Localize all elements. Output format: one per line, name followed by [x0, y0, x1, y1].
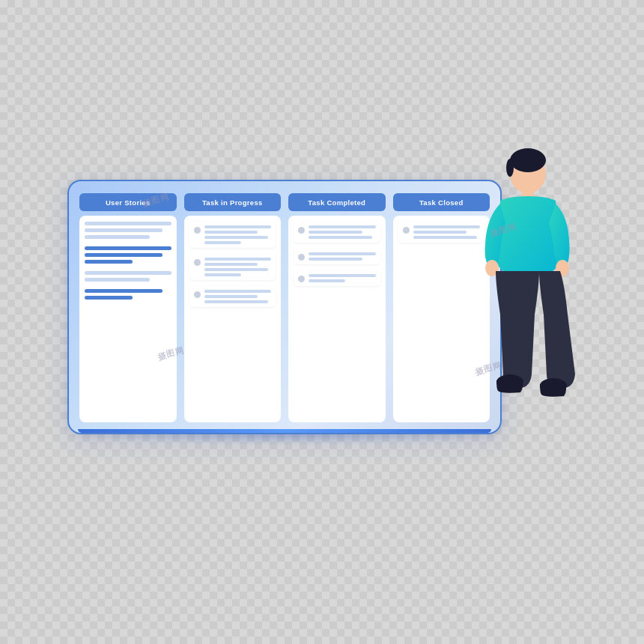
us-block-1: [85, 222, 171, 239]
person-figure: [442, 135, 577, 494]
task-card: [189, 222, 276, 248]
task-lines: [204, 225, 272, 244]
task-dot: [194, 227, 201, 234]
kanban-board: User Stories: [67, 180, 502, 434]
us-block-3: [85, 271, 171, 282]
task-card: [189, 254, 276, 280]
us-block-2: [85, 246, 171, 264]
task-card: [189, 286, 276, 307]
column-user-stories: User Stories: [79, 193, 177, 422]
task-dot: [298, 276, 305, 282]
task-card: [294, 222, 380, 243]
column-task-in-progress: Task in Progress: [184, 193, 282, 422]
task-lines: [309, 274, 376, 282]
col-body-task-completed: [288, 216, 386, 422]
task-lines: [204, 258, 272, 276]
task-dot: [194, 259, 201, 266]
task-dot: [298, 254, 305, 261]
task-lines: [204, 290, 272, 303]
task-card: [294, 249, 380, 264]
us-block-4: [85, 289, 171, 300]
task-dot: [403, 227, 410, 234]
scene: User Stories: [67, 135, 577, 509]
col-header-task-completed: Task Completed: [288, 193, 386, 211]
svg-point-1: [510, 148, 546, 172]
col-header-user-stories: User Stories: [79, 193, 177, 211]
column-task-completed: Task Completed: [288, 193, 386, 422]
col-header-task-in-progress: Task in Progress: [184, 193, 282, 211]
col-body-task-in-progress: [184, 216, 282, 422]
col-body-user-stories: [79, 216, 177, 422]
task-lines: [309, 225, 376, 239]
svg-point-2: [506, 159, 514, 177]
task-dot: [298, 227, 305, 234]
task-lines: [309, 252, 376, 261]
task-card: [294, 270, 380, 286]
task-dot: [194, 291, 201, 298]
